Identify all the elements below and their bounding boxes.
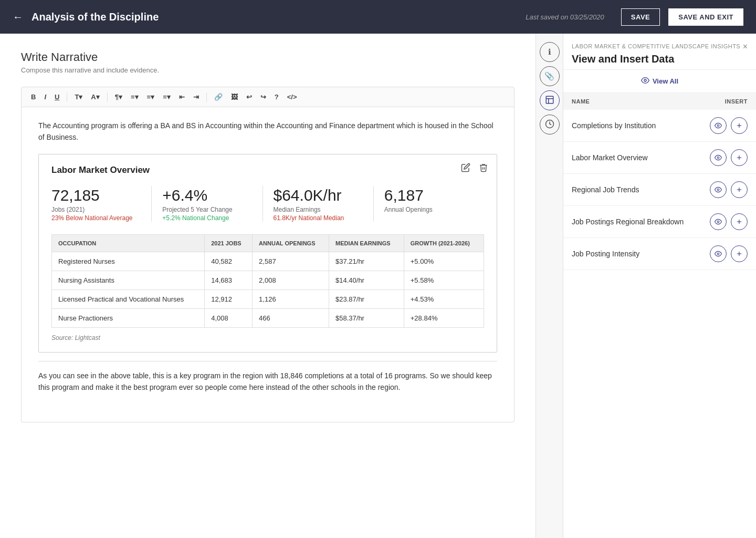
insert-intensity-button[interactable] <box>731 245 748 262</box>
svg-point-9 <box>717 189 719 191</box>
col-2021-jobs: 2021 JOBS <box>205 234 253 252</box>
stat-jobs-value: 72,185 <box>51 186 141 205</box>
data-row-name: Job Posting Intensity <box>572 250 639 258</box>
svg-point-12 <box>717 221 719 223</box>
cell-openings: 466 <box>253 308 329 327</box>
page-title: Analysis of the Discipline <box>32 11 517 23</box>
data-row-name: Regional Job Trends <box>572 185 639 194</box>
stat-earnings-sub: 61.8K/yr National Median <box>274 214 363 222</box>
list-ordered-button[interactable]: ≡▾ <box>144 91 158 102</box>
panel-close-button[interactable]: × <box>743 42 748 51</box>
undo-button[interactable]: ↩ <box>243 91 255 102</box>
cell-occupation: Registered Nurses <box>52 252 205 271</box>
col-name-header: NAME <box>572 98 590 105</box>
back-button[interactable]: ← <box>13 11 23 23</box>
chart-icon <box>545 95 554 106</box>
editor-content[interactable]: The Accounting program is offering a BA … <box>21 107 514 422</box>
data-table-header: NAME INSERT <box>563 93 756 110</box>
redo-button[interactable]: ↪ <box>257 91 269 102</box>
data-row-actions <box>710 181 748 198</box>
font-size-button[interactable]: A▾ <box>88 91 102 102</box>
underline-button[interactable]: U <box>51 91 62 102</box>
editor-paragraph-1: The Accounting program is offering a BA … <box>38 120 497 143</box>
data-row-labor-market: Labor Market Overview <box>563 142 756 174</box>
data-row-actions <box>710 117 748 134</box>
occupation-table: OCCUPATION 2021 JOBS ANNUAL OPENINGS MED… <box>51 234 484 328</box>
content-area: Write Narrative Compose this narrative a… <box>0 34 536 538</box>
insert-labor-button[interactable] <box>731 149 748 166</box>
cell-occupation: Licensed Practical and Vocational Nurses <box>52 289 205 308</box>
image-button[interactable]: 🖼 <box>228 91 241 102</box>
delete-block-button[interactable] <box>477 161 490 177</box>
data-row-actions <box>710 213 748 230</box>
write-narrative-title: Write Narrative <box>21 50 514 64</box>
stat-jobs: 72,185 Jobs (2021) 23% Below National Av… <box>51 186 152 222</box>
insert-regional-button[interactable] <box>731 181 748 198</box>
data-row-name: Labor Market Overview <box>572 153 648 162</box>
lmo-title: Labor Market Overview <box>51 165 484 175</box>
write-narrative-subtitle: Compose this narrative and include evide… <box>21 66 514 74</box>
data-row-completions: Completions by Institution <box>563 110 756 142</box>
panel-header: LABOR MARKET & COMPETITIVE LANDSCAPE INS… <box>563 34 756 70</box>
view-all-link[interactable]: View All <box>563 70 756 93</box>
cell-earnings: $58.37/hr <box>329 308 404 327</box>
data-row-job-postings-regional: Job Postings Regional Breakdown <box>563 206 756 238</box>
text-color-button[interactable]: T▾ <box>71 91 86 102</box>
stat-earnings-value: $64.0K/hr <box>274 186 363 205</box>
svg-point-15 <box>717 253 719 255</box>
view-job-postings-button[interactable] <box>710 213 727 230</box>
cell-occupation: Nursing Assistants <box>52 271 205 289</box>
indent-left-button[interactable]: ⇤ <box>176 91 188 102</box>
right-sidebar: ℹ 📎 LABOR MARKET & COMPETITIVE LANDSCAPE… <box>536 34 756 538</box>
data-row-actions <box>710 245 748 262</box>
edit-block-button[interactable] <box>459 161 472 177</box>
view-all-label: View All <box>653 77 678 85</box>
panel-header-info: LABOR MARKET & COMPETITIVE LANDSCAPE INS… <box>572 42 740 65</box>
cell-earnings: $14.40/hr <box>329 271 404 289</box>
eye-icon <box>641 76 649 86</box>
insert-job-postings-button[interactable] <box>731 213 748 230</box>
nav-chart-button[interactable] <box>540 90 560 110</box>
stat-change: +6.4% Projected 5 Year Change +5.2% Nati… <box>152 186 262 222</box>
svg-point-6 <box>717 157 719 159</box>
stat-earnings-label: Median Earnings <box>274 206 363 213</box>
attachment-icon: 📎 <box>544 71 554 81</box>
table-row: Licensed Practical and Vocational Nurses… <box>52 289 484 308</box>
code-button[interactable]: </> <box>284 91 300 102</box>
col-insert-header: INSERT <box>725 98 748 105</box>
italic-button[interactable]: I <box>41 91 49 102</box>
cell-growth: +5.00% <box>404 252 484 271</box>
view-completions-button[interactable] <box>710 117 727 134</box>
svg-point-2 <box>644 79 646 81</box>
table-row: Registered Nurses 40,582 2,587 $37.21/hr… <box>52 252 484 271</box>
nav-info-button[interactable]: ℹ <box>540 42 560 62</box>
svg-rect-0 <box>546 96 553 104</box>
insert-completions-button[interactable] <box>731 117 748 134</box>
help-button[interactable]: ? <box>271 91 282 102</box>
stats-row: 72,185 Jobs (2021) 23% Below National Av… <box>51 186 484 222</box>
cell-growth: +28.84% <box>404 308 484 327</box>
bold-button[interactable]: B <box>28 91 39 102</box>
data-row-actions <box>710 149 748 166</box>
nav-history-button[interactable] <box>540 115 560 134</box>
editor-paragraph-2: As you can see in the above table, this … <box>38 370 497 394</box>
link-button[interactable]: 🔗 <box>211 91 226 102</box>
view-intensity-button[interactable] <box>710 245 727 262</box>
view-labor-button[interactable] <box>710 149 727 166</box>
align-button[interactable]: ≡▾ <box>128 91 142 102</box>
indent-right-button[interactable]: ⇥ <box>190 91 202 102</box>
table-row: Nurse Practioners 4,008 466 $58.37/hr +2… <box>52 308 484 327</box>
toolbar-separator-2 <box>107 92 108 102</box>
stat-change-value: +6.4% <box>162 186 251 205</box>
stat-jobs-sub: 23% Below National Average <box>51 214 141 222</box>
save-button[interactable]: SAVE <box>621 8 660 26</box>
nav-attachment-button[interactable]: 📎 <box>540 66 560 86</box>
svg-point-3 <box>717 125 719 127</box>
paragraph-button[interactable]: ¶▾ <box>112 91 125 102</box>
save-and-exit-button[interactable]: SAVE AND EXIT <box>668 8 743 26</box>
main-layout: Write Narrative Compose this narrative a… <box>0 34 756 538</box>
app-header: ← Analysis of the Discipline Last saved … <box>0 0 756 34</box>
list-unordered-button[interactable]: ≡▾ <box>160 91 174 102</box>
table-row: Nursing Assistants 14,683 2,008 $14.40/h… <box>52 271 484 289</box>
view-regional-button[interactable] <box>710 181 727 198</box>
